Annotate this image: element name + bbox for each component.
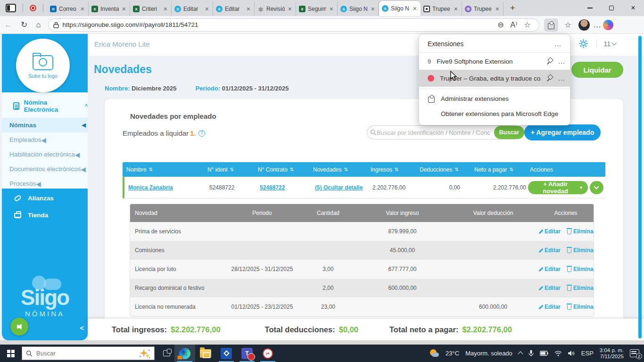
back-icon[interactable]: ←: [4, 20, 12, 30]
battery-icon[interactable]: [540, 351, 548, 356]
extensions-icon[interactable]: [544, 18, 558, 32]
task-view-icon[interactable]: [158, 345, 174, 362]
more-options-icon[interactable]: ...: [558, 58, 565, 65]
browser-tab[interactable]: Editar ×: [172, 2, 213, 16]
sort-icon[interactable]: ⇅: [344, 167, 348, 172]
tab-close-icon[interactable]: ×: [329, 5, 334, 13]
minimize-button[interactable]: [579, 0, 601, 16]
hide-detail-link[interactable]: (5) Ocultar detalle: [315, 184, 363, 191]
wifi-icon[interactable]: [554, 351, 562, 356]
delete-link[interactable]: Eliminar: [567, 304, 594, 310]
browser-tab[interactable]: Siigo N ×: [379, 1, 421, 16]
sidebar-item[interactable]: Nóminas ◀: [2, 118, 88, 132]
edit-link[interactable]: Editar: [538, 247, 561, 254]
delete-link[interactable]: Eliminar: [567, 285, 594, 291]
browser-tab[interactable]: Editar ×: [213, 2, 255, 16]
address-bar[interactable]: https://siigonube.siigo.com/#/payroll/18…: [48, 18, 539, 32]
language-indicator[interactable]: ESP: [581, 350, 594, 357]
sort-icon[interactable]: ⇅: [509, 167, 513, 172]
manage-extensions-item[interactable]: Administrar extensiones: [419, 91, 570, 106]
contract-link[interactable]: 52488722: [260, 184, 285, 191]
gear-icon[interactable]: [579, 39, 588, 48]
edit-link[interactable]: Editar: [538, 266, 561, 272]
get-extensions-item[interactable]: Obtener extensiones para Microsoft Edge: [419, 106, 570, 121]
taskbar-teams-icon[interactable]: T: [237, 345, 257, 362]
sort-icon[interactable]: ⇅: [454, 167, 458, 172]
extension-item-five9[interactable]: 6 Five9 Softphone Extension ...: [419, 53, 570, 70]
home-icon[interactable]: ⌂: [36, 20, 41, 30]
browser-tab[interactable]: Revisió ×: [255, 2, 296, 16]
employee-name-link[interactable]: Monica Zanabria: [128, 184, 173, 191]
copilot-icon[interactable]: [603, 20, 613, 30]
tab-close-icon[interactable]: ×: [80, 5, 85, 13]
close-button[interactable]: ×: [622, 0, 644, 16]
weather-temp[interactable]: 23°C: [446, 350, 459, 357]
extension-item-trupeer[interactable]: Trupeer – Graba, edita y traduce co... .…: [419, 70, 570, 87]
delete-link[interactable]: Eliminar: [567, 266, 594, 272]
tab-close-icon[interactable]: ×: [287, 5, 293, 13]
pin-icon[interactable]: [546, 74, 553, 82]
volume-icon[interactable]: [568, 350, 575, 356]
sort-icon[interactable]: ⇅: [395, 167, 398, 172]
favorites-bar-icon[interactable]: ☆: [565, 20, 571, 29]
taskbar-edge-icon[interactable]: [174, 345, 195, 362]
sidebar-collapse-icon[interactable]: <: [80, 324, 84, 332]
sort-icon[interactable]: ⇅: [230, 167, 234, 172]
taskbar-search-input[interactable]: [36, 350, 121, 357]
start-button[interactable]: [0, 345, 22, 362]
browser-tab[interactable]: Seguim ×: [296, 2, 338, 16]
favorite-star-icon[interactable]: ☆: [524, 20, 530, 29]
pin-icon[interactable]: [546, 58, 553, 65]
weather-desc[interactable]: Mayorm. soleado: [465, 350, 512, 357]
browser-tab[interactable]: Correo ×: [47, 2, 89, 16]
tab-close-icon[interactable]: ×: [246, 5, 251, 13]
tab-close-icon[interactable]: ×: [412, 5, 418, 12]
browser-tab[interactable]: Inventa ×: [89, 2, 130, 16]
browser-tab[interactable]: Siigo N ×: [338, 2, 379, 16]
collapse-row-button[interactable]: [590, 181, 603, 194]
browser-tab[interactable]: Criteri ×: [130, 2, 172, 16]
sidebar-item[interactable]: Habilitación electrónica ◀: [2, 147, 88, 162]
add-novelty-button[interactable]: + Añadir novedad▾: [528, 181, 588, 194]
sidebar-item-alianzas[interactable]: Alianzas: [2, 191, 88, 206]
edit-link[interactable]: Editar: [538, 304, 561, 310]
read-aloud-icon[interactable]: A⁾: [511, 20, 518, 29]
tab-close-icon[interactable]: ×: [204, 5, 210, 13]
liquidar-button[interactable]: Liquidar: [571, 62, 623, 78]
edit-link[interactable]: Editar: [538, 285, 561, 291]
restore-button[interactable]: [601, 0, 622, 16]
browser-tab[interactable]: Trupee ×: [462, 2, 504, 16]
profile-avatar[interactable]: [578, 19, 590, 31]
sidebar-item-tienda[interactable]: Tienda: [2, 208, 88, 222]
announcements-button[interactable]: [10, 318, 28, 336]
new-tab-button[interactable]: +: [507, 3, 518, 13]
tray-expand-icon[interactable]: [518, 351, 523, 356]
tab-close-icon[interactable]: ×: [121, 5, 127, 13]
page-scrollbar[interactable]: [638, 36, 642, 338]
browser-menu-icon[interactable]: ...: [594, 21, 601, 29]
delete-link[interactable]: Eliminar: [567, 247, 594, 254]
notification-counter[interactable]: 11: [596, 40, 616, 48]
tab-close-icon[interactable]: ×: [453, 5, 459, 13]
sidebar-section-nomina-electronica[interactable]: Nómina Electrónica ^: [2, 92, 88, 118]
taskbar-explorer-icon[interactable]: [195, 345, 216, 362]
add-employee-button[interactable]: + Agregar empleado: [524, 124, 601, 140]
search-input[interactable]: [377, 129, 495, 136]
edit-link[interactable]: Editar: [538, 228, 561, 235]
tab-close-icon[interactable]: ×: [163, 5, 168, 13]
tab-close-icon[interactable]: ×: [370, 5, 376, 13]
taskbar-blue-app-icon[interactable]: [216, 345, 237, 362]
tab-actions-menu-icon[interactable]: [6, 4, 16, 12]
more-options-icon[interactable]: ...: [558, 74, 565, 82]
help-icon[interactable]: ?: [198, 130, 205, 137]
zoom-out-icon[interactable]: ⊖: [497, 20, 504, 29]
sort-icon[interactable]: ⇅: [149, 167, 153, 172]
upload-logo-button[interactable]: Sube tu logo: [16, 39, 70, 92]
browser-tab[interactable]: Trupee ×: [421, 2, 462, 16]
tab-close-icon[interactable]: ×: [495, 5, 500, 13]
sidebar-item[interactable]: Empleados ◀: [2, 132, 88, 147]
clock[interactable]: 3:04 p. m.7/11/2025: [600, 347, 624, 360]
delete-link[interactable]: Eliminar: [567, 228, 594, 235]
notification-center-icon[interactable]: 2: [630, 349, 639, 357]
buscar-button[interactable]: Buscar: [494, 126, 524, 139]
